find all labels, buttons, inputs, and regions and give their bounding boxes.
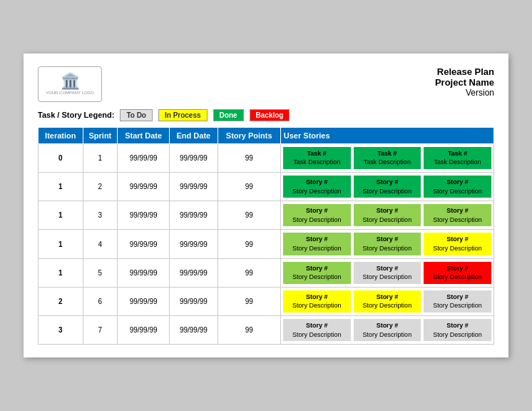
story-card: Story #Story Description: [354, 204, 421, 226]
col-user-stories: User Stories: [280, 127, 493, 143]
story-points-cell: 99: [218, 315, 280, 344]
release-plan-table: Iteration Sprint Start Date End Date Sto…: [38, 127, 494, 345]
table-row: 1499/99/9999/99/9999Story #Story Descrip…: [39, 230, 494, 258]
release-label: Release Plan: [435, 66, 494, 77]
sprint-cell: 6: [83, 287, 118, 315]
story-card: Story #Story Description: [283, 290, 351, 313]
project-label: Project Name: [435, 77, 494, 88]
end-date-cell: 99/99/99: [170, 230, 218, 258]
legend-label: Task / Story Legend:: [38, 111, 114, 119]
story-card: Task #Task Description: [424, 147, 491, 169]
iteration-cell: 1: [39, 201, 83, 230]
end-date-cell: 99/99/99: [170, 287, 218, 315]
start-date-cell: 99/99/99: [118, 287, 170, 315]
page-container: 🏛️ YOUR COMPANY LOGO Release Plan Projec…: [24, 54, 508, 357]
badge-backlog: Backlog: [250, 109, 290, 121]
story-points-cell: 99: [218, 258, 280, 287]
page-header: 🏛️ YOUR COMPANY LOGO Release Plan Projec…: [38, 66, 494, 102]
badge-done: Done: [213, 109, 244, 121]
story-points-cell: 99: [218, 173, 280, 201]
start-date-cell: 99/99/99: [118, 258, 170, 287]
end-date-cell: 99/99/99: [170, 315, 218, 344]
user-stories-cell: Task #Task DescriptionTask #Task Descrip…: [280, 143, 493, 172]
table-row: 3799/99/9999/99/9999Story #Story Descrip…: [39, 315, 494, 344]
user-stories-cell: Story #Story DescriptionStory #Story Des…: [280, 201, 493, 230]
story-card: Story #Story Description: [283, 262, 351, 284]
table-row: 1299/99/9999/99/9999Story #Story Descrip…: [39, 173, 494, 201]
iteration-cell: 1: [39, 230, 83, 258]
end-date-cell: 99/99/99: [170, 173, 218, 201]
table-row: 1399/99/9999/99/9999Story #Story Descrip…: [39, 201, 494, 230]
sprint-cell: 1: [83, 143, 118, 172]
story-card: Story #Story Description: [283, 176, 351, 198]
story-card: Story #Story Description: [354, 319, 421, 341]
sprint-cell: 2: [83, 173, 118, 201]
start-date-cell: 99/99/99: [118, 315, 170, 344]
sprint-cell: 4: [83, 230, 118, 258]
table-row: 2699/99/9999/99/9999Story #Story Descrip…: [39, 287, 494, 315]
story-card: Story #Story Description: [283, 319, 351, 341]
logo-icon: 🏛️: [61, 72, 80, 91]
story-card: Task #Task Description: [354, 147, 421, 169]
story-card: Story #Story Description: [424, 290, 491, 313]
story-card: Story #Story Description: [424, 204, 491, 226]
story-card: Story #Story Description: [424, 319, 491, 341]
story-card: Story #Story Description: [424, 176, 491, 198]
user-stories-cell: Story #Story DescriptionStory #Story Des…: [280, 258, 493, 287]
story-card: Story #Story Description: [424, 233, 491, 255]
iteration-cell: 2: [39, 287, 83, 315]
logo-text: YOUR COMPANY LOGO: [46, 91, 94, 96]
story-card: Story #Story Description: [283, 233, 351, 255]
sprint-cell: 5: [83, 258, 118, 287]
start-date-cell: 99/99/99: [118, 201, 170, 230]
col-story-points: Story Points: [218, 127, 280, 143]
table-row: 0199/99/9999/99/9999Task #Task Descripti…: [39, 143, 494, 172]
title-block: Release Plan Project Name Version: [435, 66, 494, 98]
story-points-cell: 99: [218, 143, 280, 172]
user-stories-cell: Story #Story DescriptionStory #Story Des…: [280, 287, 493, 315]
iteration-cell: 1: [39, 258, 83, 287]
badge-todo: To Do: [120, 109, 153, 121]
col-end-date: End Date: [170, 127, 218, 143]
end-date-cell: 99/99/99: [170, 143, 218, 172]
story-points-cell: 99: [218, 287, 280, 315]
story-card: Story #Story Description: [354, 233, 421, 255]
iteration-cell: 1: [39, 173, 83, 201]
story-points-cell: 99: [218, 201, 280, 230]
user-stories-cell: Story #Story DescriptionStory #Story Des…: [280, 315, 493, 344]
table-row: 1599/99/9999/99/9999Story #Story Descrip…: [39, 258, 494, 287]
end-date-cell: 99/99/99: [170, 258, 218, 287]
user-stories-cell: Story #Story DescriptionStory #Story Des…: [280, 173, 493, 201]
story-points-cell: 99: [218, 230, 280, 258]
logo-box: 🏛️ YOUR COMPANY LOGO: [38, 66, 102, 102]
iteration-cell: 0: [39, 143, 83, 172]
start-date-cell: 99/99/99: [118, 143, 170, 172]
sprint-cell: 3: [83, 201, 118, 230]
iteration-cell: 3: [39, 315, 83, 344]
start-date-cell: 99/99/99: [118, 230, 170, 258]
user-stories-cell: Story #Story DescriptionStory #Story Des…: [280, 230, 493, 258]
sprint-cell: 7: [83, 315, 118, 344]
end-date-cell: 99/99/99: [170, 201, 218, 230]
col-sprint: Sprint: [83, 127, 118, 143]
legend-row: Task / Story Legend: To Do In Process Do…: [38, 109, 494, 121]
story-card: Story #Story Description: [283, 204, 351, 226]
start-date-cell: 99/99/99: [118, 173, 170, 201]
col-start-date: Start Date: [118, 127, 170, 143]
story-card: Story #Story Description: [354, 262, 421, 284]
story-card: Task #Task Description: [283, 147, 351, 169]
story-card: Story #Story Description: [354, 176, 421, 198]
story-card: Story #Story Description: [424, 262, 491, 284]
story-card: Story #Story Description: [354, 290, 421, 313]
col-iteration: Iteration: [39, 127, 83, 143]
badge-inprocess: In Process: [158, 109, 208, 121]
version-label: Version: [435, 88, 494, 98]
